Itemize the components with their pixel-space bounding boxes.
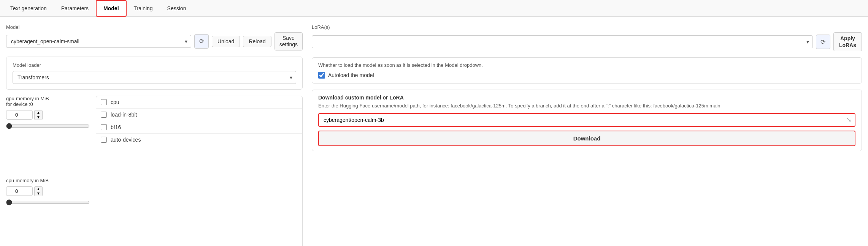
option-cpu-checkbox[interactable]	[101, 99, 107, 105]
autoload-description: Whether to load the model as soon as it …	[318, 62, 855, 68]
main-content: Model cyberagent_open-calm-small ▾ ⟳ Unl…	[0, 17, 868, 246]
cpu-slider[interactable]	[6, 199, 90, 205]
option-cpu-label: cpu	[111, 99, 119, 105]
cpu-section: cpu-memory in MiB ▲ ▼	[6, 178, 90, 246]
tab-bar: Text generation Parameters Model Trainin…	[0, 0, 868, 17]
tab-training[interactable]: Training	[127, 0, 160, 16]
lora-refresh-icon: ⟳	[820, 38, 825, 46]
option-load-in-8bit: load-in-8bit	[96, 109, 302, 121]
gpu-value-input[interactable]	[6, 110, 33, 120]
tab-parameters[interactable]: Parameters	[54, 0, 96, 16]
cpu-label: cpu-memory in MiB	[6, 178, 90, 183]
apply-loras-button[interactable]: Apply LoRAs	[833, 32, 862, 51]
lora-select-wrap: ▾	[312, 35, 813, 48]
tab-model[interactable]: Model	[96, 0, 126, 17]
left-panel: Model cyberagent_open-calm-small ▾ ⟳ Unl…	[6, 24, 303, 246]
option-load-8bit-checkbox[interactable]	[101, 112, 107, 118]
download-button[interactable]: Download	[318, 131, 855, 146]
option-auto-devices-label: auto-devices	[111, 137, 141, 143]
lora-section: LoRA(s) ▾ ⟳ Apply LoRAs	[312, 24, 862, 51]
gpu-section: gpu-memory in MiBfor device :0 ▲ ▼	[6, 96, 90, 172]
model-loader-select[interactable]: Transformers	[13, 71, 296, 84]
autoload-check-row: Autoload the model	[318, 72, 855, 79]
gpu-spinner-up[interactable]: ▲	[35, 110, 42, 115]
option-bf16-checkbox[interactable]	[101, 124, 107, 130]
lora-row: ▾ ⟳ Apply LoRAs	[312, 32, 862, 51]
option-load-8bit-label: load-in-8bit	[111, 112, 137, 118]
gpu-label: gpu-memory in MiBfor device :0	[6, 96, 90, 107]
model-select[interactable]: cyberagent_open-calm-small	[6, 35, 191, 48]
gpu-input-wrap: ▲ ▼	[6, 110, 90, 120]
unload-button[interactable]: Unload	[212, 36, 240, 47]
save-settings-button[interactable]: Save settings	[275, 32, 303, 50]
model-refresh-button[interactable]: ⟳	[194, 34, 209, 49]
gpu-slider[interactable]	[6, 123, 90, 129]
gpu-spinner-down[interactable]: ▼	[35, 115, 42, 120]
option-auto-devices: auto-devices	[96, 134, 302, 146]
autoload-section: Whether to load the model as soon as it …	[312, 57, 862, 84]
lora-select[interactable]	[312, 35, 813, 48]
reload-button[interactable]: Reload	[243, 36, 271, 47]
lora-refresh-button[interactable]: ⟳	[816, 35, 830, 49]
memory-sliders: gpu-memory in MiBfor device :0 ▲ ▼ cpu-m…	[6, 96, 90, 246]
model-section: Model cyberagent_open-calm-small ▾ ⟳ Unl…	[6, 24, 303, 50]
download-input-wrap: ⤡	[318, 113, 855, 127]
cpu-spinner-up[interactable]: ▲	[35, 187, 42, 191]
cpu-spinner-down[interactable]: ▼	[35, 191, 42, 196]
options-section: cpu load-in-8bit bf16 auto-devices	[96, 96, 303, 246]
download-description: Enter the Hugging Face username/model pa…	[318, 103, 855, 109]
lora-label: LoRA(s)	[312, 24, 862, 30]
option-bf16: bf16	[96, 121, 302, 134]
download-title: Download custom model or LoRA	[318, 95, 855, 101]
model-select-wrap: cyberagent_open-calm-small ▾	[6, 35, 191, 48]
option-bf16-label: bf16	[111, 124, 121, 130]
tab-text-generation[interactable]: Text generation	[3, 0, 54, 16]
download-section: Download custom model or LoRA Enter the …	[312, 90, 862, 151]
refresh-icon: ⟳	[199, 38, 204, 45]
tab-session[interactable]: Session	[160, 0, 194, 16]
autoload-label: Autoload the model	[328, 72, 374, 78]
cpu-input-wrap: ▲ ▼	[6, 186, 90, 196]
autoload-checkbox[interactable]	[318, 72, 325, 79]
right-panel: LoRA(s) ▾ ⟳ Apply LoRAs Whether to load …	[312, 24, 862, 246]
gpu-spinner: ▲ ▼	[34, 110, 43, 120]
gpu-cpu-row: gpu-memory in MiBfor device :0 ▲ ▼ cpu-m…	[6, 96, 303, 246]
model-loader-section: Model loader Transformers ▾	[6, 57, 303, 90]
cpu-spinner: ▲ ▼	[34, 186, 43, 196]
model-row: cyberagent_open-calm-small ▾ ⟳ Unload Re…	[6, 32, 303, 50]
model-label: Model	[6, 24, 303, 30]
cpu-value-input[interactable]	[6, 186, 33, 196]
option-cpu: cpu	[96, 96, 302, 109]
model-loader-label: Model loader	[13, 62, 296, 68]
option-auto-devices-checkbox[interactable]	[101, 137, 107, 143]
download-input[interactable]	[319, 114, 855, 126]
